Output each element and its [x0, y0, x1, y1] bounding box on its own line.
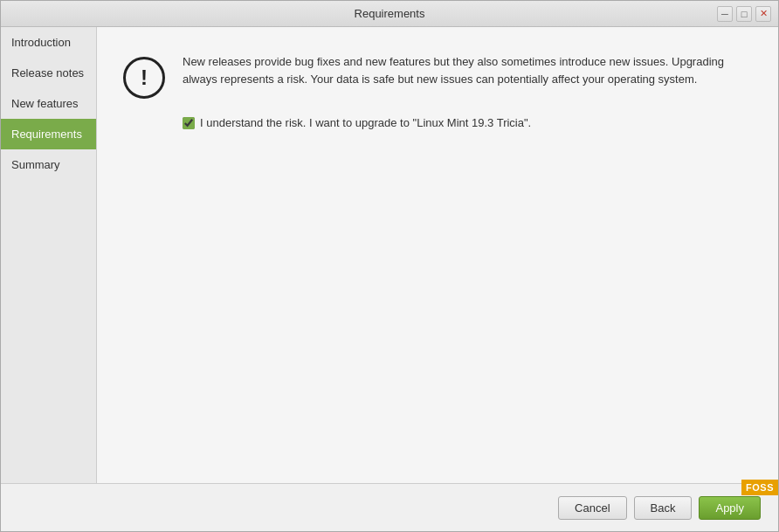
content-area: Introduction Release notes New features … — [1, 27, 778, 483]
footer: FOSS Cancel Back Apply — [1, 483, 778, 531]
window-title: Requirements — [355, 7, 425, 20]
sidebar-item-new-features[interactable]: New features — [1, 88, 96, 119]
sidebar-item-release-notes[interactable]: Release notes — [1, 58, 96, 88]
apply-button[interactable]: Apply — [699, 496, 761, 520]
sidebar-item-introduction[interactable]: Introduction — [1, 27, 96, 58]
sidebar-item-summary[interactable]: Summary — [1, 149, 96, 180]
titlebar: Requirements ─ □ ✕ — [1, 1, 778, 27]
main-content: ! New releases provide bug fixes and new… — [97, 27, 778, 483]
warning-icon: ! — [123, 57, 165, 99]
warning-text: New releases provide bug fixes and new f… — [183, 53, 752, 87]
warning-section: ! New releases provide bug fixes and new… — [123, 53, 752, 99]
checkbox-label[interactable]: I understand the risk. I want to upgrade… — [200, 116, 531, 129]
restore-button[interactable]: □ — [736, 6, 752, 22]
app-window: Requirements ─ □ ✕ Introduction Release … — [0, 0, 779, 532]
sidebar-item-requirements[interactable]: Requirements — [1, 119, 96, 149]
close-button[interactable]: ✕ — [755, 6, 771, 22]
minimize-button[interactable]: ─ — [717, 6, 733, 22]
sidebar: Introduction Release notes New features … — [1, 27, 97, 483]
cancel-button[interactable]: Cancel — [558, 496, 626, 520]
understand-checkbox[interactable] — [183, 117, 195, 129]
checkbox-section: I understand the risk. I want to upgrade… — [183, 116, 752, 129]
foss-badge: FOSS — [741, 480, 778, 495]
titlebar-controls: ─ □ ✕ — [717, 6, 771, 22]
back-button[interactable]: Back — [634, 496, 693, 520]
